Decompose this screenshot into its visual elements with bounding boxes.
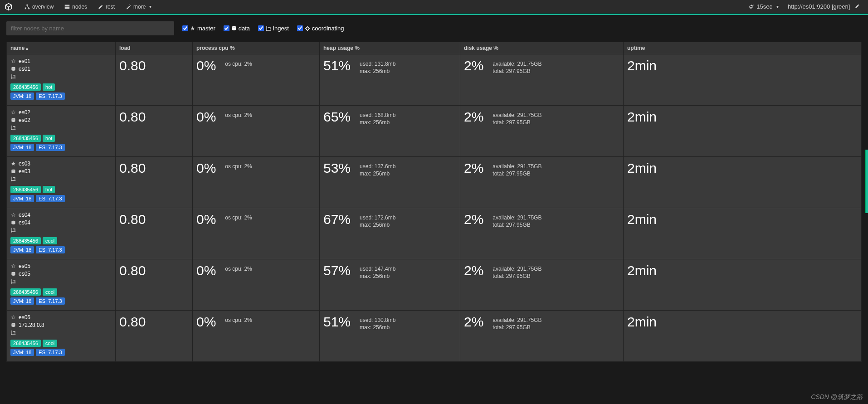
wand-icon [126, 4, 131, 10]
disk-total: total: 297.95GB [493, 222, 541, 228]
heap-value: 51% [323, 58, 351, 73]
badge-es: ES: 7.17.3 [36, 297, 64, 305]
badge-memory: 268435456 [10, 340, 41, 347]
table-row: ☆es06 172.28.0.8 268435456 cool JVM: 18 … [7, 311, 862, 362]
svg-point-6 [11, 67, 15, 68]
disk-total: total: 297.95GB [493, 170, 541, 177]
disk-cell: 2% available: 291.75GB total: 297.95GB [460, 259, 624, 311]
sitemap-icon [24, 4, 30, 10]
pencil-icon[interactable] [854, 4, 860, 9]
database-icon [10, 322, 16, 328]
crop-icon [10, 278, 16, 284]
badge-tier: cool [43, 340, 57, 347]
badge-tier: cool [43, 237, 57, 244]
load-value: 0.80 [119, 58, 189, 73]
heap-used: used: 172.6mb [360, 214, 395, 221]
col-cpu[interactable]: process cpu % [193, 42, 320, 54]
heap-used: used: 137.6mb [360, 163, 395, 170]
heap-cell: 65% used: 168.8mb max: 256mb [320, 106, 460, 157]
watermark: CSDN @筑梦之路 [811, 393, 863, 401]
cluster-url[interactable]: http://es01:9200 [green] [783, 3, 864, 10]
disk-value: 2% [464, 58, 483, 73]
os-cpu: os cpu: 2% [225, 112, 252, 118]
crop-icon [10, 73, 16, 79]
cpu-value: 0% [196, 109, 216, 125]
node-name: es01 [19, 58, 30, 64]
col-disk[interactable]: disk usage % [460, 42, 624, 54]
disk-value: 2% [464, 212, 483, 227]
node-name-cell[interactable]: ☆es04 es04 268435456 cool JVM: 18 ES: 7.… [7, 208, 116, 259]
badge-memory: 268435456 [10, 288, 41, 296]
node-host: es05 [19, 271, 30, 277]
star-icon: ★ [10, 161, 16, 166]
disk-available: available: 291.75GB [493, 61, 541, 67]
node-name-cell[interactable]: ☆es05 es05 268435456 cool JVM: 18 ES: 7.… [7, 259, 116, 311]
badge-memory: 268435456 [10, 83, 41, 91]
uptime-value: 2min [627, 212, 858, 227]
heap-max: max: 256mb [360, 222, 395, 228]
table-row: ★es03 es03 268435456 hot JVM: 18 ES: 7.1… [7, 157, 862, 208]
badge-jvm: JVM: 18 [10, 297, 34, 305]
heap-used: used: 130.8mb [360, 317, 395, 323]
svg-rect-1 [25, 8, 26, 9]
heap-cell: 51% used: 130.8mb max: 256mb [320, 311, 460, 362]
heap-used: used: 168.8mb [360, 112, 395, 118]
heap-max: max: 256mb [360, 170, 395, 177]
disk-available: available: 291.75GB [493, 214, 541, 221]
node-name: es02 [19, 109, 30, 116]
node-host: es03 [19, 168, 30, 175]
node-name-cell[interactable]: ☆es02 es02 268435456 hot JVM: 18 ES: 7.1… [7, 106, 116, 157]
nav-more[interactable]: more [120, 0, 157, 14]
filter-bar: ★master data ingest coordinating [0, 15, 868, 42]
scroll-indicator [865, 150, 868, 213]
heap-cell: 67% used: 172.6mb max: 256mb [320, 208, 460, 259]
node-host: 172.28.0.8 [19, 322, 44, 328]
disk-available: available: 291.75GB [493, 112, 541, 118]
node-name-cell[interactable]: ★es03 es03 268435456 hot JVM: 18 ES: 7.1… [7, 157, 116, 208]
app-logo-icon [4, 2, 14, 12]
filter-coordinating[interactable]: coordinating [297, 25, 344, 32]
nav-overview[interactable]: overview [19, 0, 59, 14]
table-row: ☆es02 es02 268435456 hot JVM: 18 ES: 7.1… [7, 106, 862, 157]
crop-icon [10, 227, 16, 233]
node-name-cell[interactable]: ☆es01 es01 268435456 hot JVM: 18 ES: 7.1… [7, 54, 116, 106]
uptime-value: 2min [627, 58, 858, 73]
cpu-value: 0% [196, 314, 216, 330]
filter-data[interactable]: data [224, 25, 250, 32]
cpu-cell: 0% os cpu: 2% [193, 106, 320, 157]
filter-ingest[interactable]: ingest [258, 25, 289, 32]
svg-rect-2 [28, 8, 29, 9]
uptime-cell: 2min [624, 157, 862, 208]
heap-value: 51% [323, 314, 351, 330]
node-name: es06 [19, 314, 30, 321]
badge-jvm: JVM: 18 [10, 195, 34, 202]
server-icon [64, 4, 70, 10]
top-nav: overview nodes rest more 15sec http://es… [0, 0, 868, 14]
cpu-cell: 0% os cpu: 2% [193, 208, 320, 259]
uptime-cell: 2min [624, 54, 862, 106]
badge-memory: 268435456 [10, 135, 41, 142]
node-name-cell[interactable]: ☆es06 172.28.0.8 268435456 cool JVM: 18 … [7, 311, 116, 362]
database-icon [10, 66, 16, 72]
svg-rect-0 [27, 4, 28, 5]
badge-memory: 268435456 [10, 237, 41, 244]
edit-icon [98, 4, 103, 10]
col-name[interactable]: name [7, 42, 116, 54]
col-heap[interactable]: heap usage % [320, 42, 460, 54]
nav-rest[interactable]: rest [93, 0, 120, 14]
heap-max: max: 256mb [360, 68, 395, 74]
filter-input[interactable] [6, 21, 174, 35]
nodes-table: name load process cpu % heap usage % dis… [6, 42, 862, 362]
col-uptime[interactable]: uptime [624, 42, 862, 54]
os-cpu: os cpu: 2% [225, 61, 252, 67]
refresh-dropdown[interactable]: 15sec [744, 3, 783, 10]
badge-tier: hot [43, 135, 55, 142]
badge-tier: cool [43, 288, 57, 296]
filter-master[interactable]: ★master [182, 25, 215, 32]
disk-value: 2% [464, 263, 483, 278]
crop-icon [10, 330, 16, 335]
cpu-value: 0% [196, 263, 216, 278]
nav-nodes[interactable]: nodes [59, 0, 93, 14]
col-load[interactable]: load [116, 42, 193, 54]
svg-rect-3 [65, 5, 70, 6]
